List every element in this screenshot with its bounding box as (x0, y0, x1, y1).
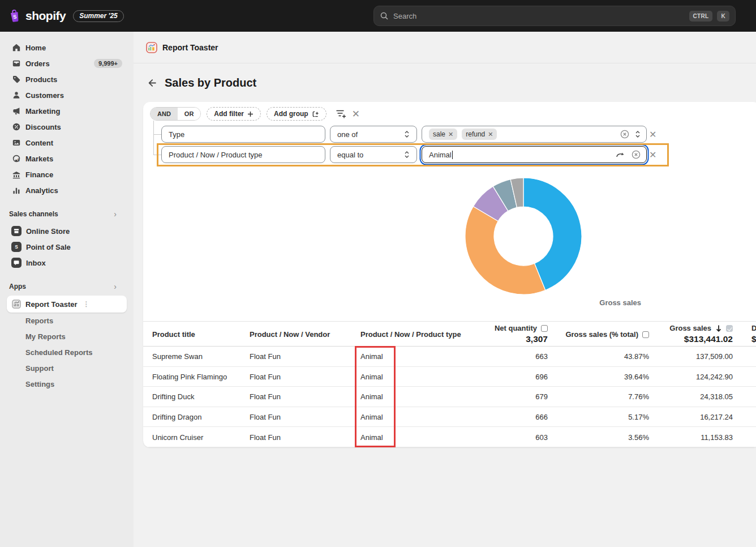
table-row[interactable]: Drifting Dragon Float Fun Animal 666 5.1… (143, 407, 756, 428)
table-row[interactable]: Unicorn Cruiser Float Fun Animal 603 3.5… (143, 427, 756, 447)
clear-value-circle-icon[interactable] (620, 130, 629, 139)
sidebar-item-point-of-sale[interactable]: S Point of Sale (7, 239, 127, 255)
net-quantity-checkbox[interactable] (541, 325, 548, 332)
col-product-type[interactable]: Product / Now / Product type (360, 330, 461, 339)
gross-sales-checkbox[interactable] (726, 325, 733, 332)
search-placeholder: Search (393, 12, 685, 20)
edition-badge[interactable]: Summer '25 (73, 10, 124, 22)
sidebar-item-orders[interactable]: Orders 9,999+ (7, 55, 127, 71)
add-filter-button[interactable]: Add filter (207, 107, 261, 121)
cell-product-type: Animal (360, 407, 383, 428)
svg-text:$: $ (18, 158, 20, 163)
and-toggle-button[interactable]: AND (151, 108, 178, 120)
topbar: S shopify Summer '25 Search CTRL K (0, 0, 756, 32)
global-search-input[interactable]: Search CTRL K (373, 6, 736, 26)
save-filter-icon[interactable] (336, 109, 346, 118)
remove-filter-2-button[interactable]: ✕ (649, 149, 656, 160)
col-gross-sales[interactable]: Gross sales $313,441.02 (669, 324, 733, 344)
shopify-logo[interactable]: S shopify Summer '25 (8, 0, 124, 32)
sidebar-item-finance[interactable]: Finance (7, 166, 127, 182)
cell-product-type: Animal (360, 367, 383, 387)
col-product-title[interactable]: Product title (152, 330, 195, 339)
filter-row-1: Type one of sale ✕ refund ✕ (143, 126, 669, 143)
cell-gross-sales: 24,318.05 (700, 387, 733, 407)
col-gross-sales-pct[interactable]: Gross sales (% total) (565, 330, 649, 339)
sidebar-item-settings[interactable]: Settings (7, 376, 127, 392)
inbox-chat-icon (11, 258, 22, 268)
redo-arrow-icon[interactable] (616, 151, 626, 159)
cell-vendor: Float Fun (250, 367, 281, 387)
sidebar: Home Orders 9,999+ Products Customers Ma… (0, 32, 134, 547)
add-group-button[interactable]: Add group (267, 107, 327, 121)
value-stepper-icon[interactable] (635, 130, 641, 138)
select-stepper-icon (404, 130, 410, 138)
cell-net-quantity: 663 (535, 347, 548, 367)
sidebar-item-report-toaster[interactable]: Report Toaster ⋮ (7, 296, 127, 313)
sidebar-item-markets[interactable]: $ Markets (7, 151, 127, 166)
report-card: AND OR Add filter Add group ✕ Type (143, 102, 756, 447)
sidebar-item-discounts[interactable]: Discounts (7, 119, 127, 135)
sidebar-item-marketing[interactable]: Marketing (7, 103, 127, 119)
apps-section-header[interactable]: Apps › (9, 281, 124, 292)
remove-tag-icon[interactable]: ✕ (488, 131, 493, 138)
clear-value-circle-icon[interactable] (632, 150, 641, 159)
sidebar-item-inbox[interactable]: Inbox (7, 255, 127, 271)
add-group-icon (312, 110, 319, 118)
report-toaster-app-icon (146, 42, 157, 53)
sidebar-item-my-reports[interactable]: My Reports (7, 328, 127, 344)
cell-gross-sales: 137,509.00 (696, 347, 733, 367)
gross-sales-pct-checkbox[interactable] (642, 331, 649, 338)
markets-globe-icon: $ (11, 154, 21, 164)
shopify-bag-icon: S (8, 8, 22, 23)
kbd-k: K (717, 11, 729, 22)
sidebar-item-online-store[interactable]: Online Store (7, 223, 127, 239)
cell-product-title: Floating Pink Flamingo (152, 367, 227, 387)
cell-gross-sales-pct: 39.64% (624, 367, 649, 387)
col-clipped[interactable]: D $ (751, 324, 756, 344)
col-net-quantity[interactable]: Net quantity 3,307 (495, 324, 548, 344)
filter-2-operator-select[interactable]: equal to (330, 146, 417, 163)
plus-icon (247, 111, 254, 117)
table-body: Supreme Swan Float Fun Animal 663 43.87%… (143, 347, 756, 447)
clear-filters-icon[interactable]: ✕ (352, 108, 360, 120)
sidebar-item-customers[interactable]: Customers (7, 87, 127, 103)
chevron-right-icon: › (114, 283, 117, 290)
sidebar-item-home[interactable]: Home (7, 40, 127, 55)
filter-1-values-input[interactable]: sale ✕ refund ✕ (422, 126, 647, 143)
filter-2-value-input[interactable]: Animal (422, 146, 647, 163)
cell-product-title: Drifting Dragon (152, 407, 201, 428)
or-toggle-button[interactable]: OR (178, 108, 201, 120)
donut-slice-floating-pink-flamingo[interactable] (465, 207, 545, 294)
cell-vendor: Float Fun (250, 387, 281, 407)
cell-gross-sales: 124,242.90 (696, 367, 733, 387)
sales-channels-section-header[interactable]: Sales channels › (9, 208, 124, 220)
sidebar-item-scheduled-reports[interactable]: Scheduled Reports (7, 344, 127, 360)
shopify-wordmark: shopify (25, 9, 66, 23)
cell-net-quantity: 603 (535, 427, 548, 447)
filter-2-field-select[interactable]: Product / Now / Product type (161, 146, 325, 163)
filter-1-field-select[interactable]: Type (161, 126, 325, 143)
sidebar-item-support[interactable]: Support (7, 360, 127, 376)
cell-product-type: Animal (360, 387, 383, 407)
table-row[interactable]: Supreme Swan Float Fun Animal 663 43.87%… (143, 347, 756, 367)
sort-descending-icon[interactable] (715, 324, 722, 332)
net-quantity-subtotal: 3,307 (495, 334, 548, 344)
page-title: Sales by Product (165, 76, 256, 89)
sidebar-item-reports[interactable]: Reports (7, 313, 127, 328)
point-of-sale-icon: S (11, 242, 22, 252)
sidebar-item-content[interactable]: Content (7, 135, 127, 151)
col-vendor[interactable]: Product / Now / Vendor (250, 330, 330, 339)
table-row[interactable]: Drifting Duck Float Fun Animal 679 7.76%… (143, 387, 756, 407)
table-row[interactable]: Floating Pink Flamingo Float Fun Animal … (143, 367, 756, 387)
sidebar-item-products[interactable]: Products (7, 71, 127, 87)
cell-product-type: Animal (360, 347, 383, 367)
report-toaster-menu-icon[interactable]: ⋮ (83, 300, 90, 308)
discount-icon (11, 122, 21, 132)
back-arrow-icon[interactable] (146, 78, 157, 89)
cell-product-type: Animal (360, 427, 383, 447)
filter-1-operator-select[interactable]: one of (330, 126, 417, 143)
sidebar-item-analytics[interactable]: Analytics (7, 182, 127, 198)
report-toaster-app-icon-gray (11, 300, 21, 309)
remove-filter-1-button[interactable]: ✕ (649, 129, 656, 140)
remove-tag-icon[interactable]: ✕ (448, 131, 453, 138)
